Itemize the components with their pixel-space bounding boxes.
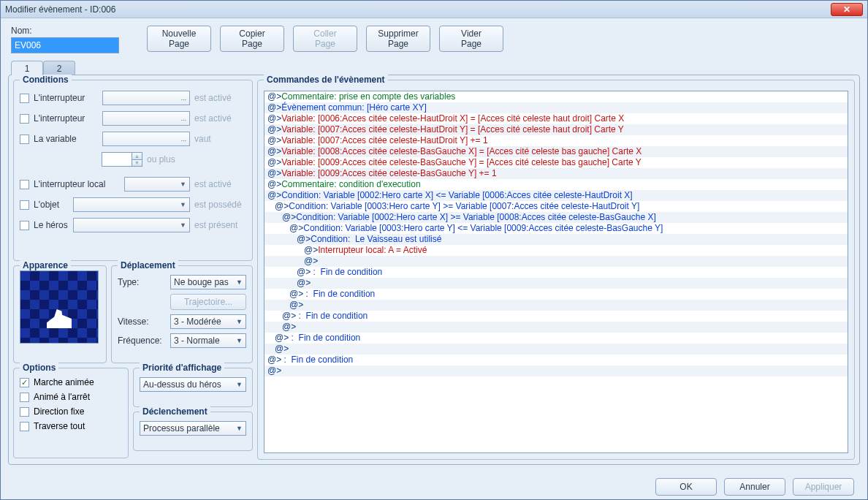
command-line[interactable]: @>Commentaire: condition d'execution xyxy=(264,179,848,190)
speed-label: Vitesse: xyxy=(118,317,166,327)
command-line[interactable]: @> xyxy=(264,322,848,333)
clear-page-button[interactable]: ViderPage xyxy=(439,26,503,52)
apply-button: Appliquer xyxy=(793,478,854,496)
command-line[interactable]: @>Condition: Le Vaisseau est utilisé xyxy=(264,234,848,245)
conditions-legend: Conditions xyxy=(20,75,72,85)
command-line[interactable]: @> xyxy=(264,256,848,267)
chevron-down-icon: ▼ xyxy=(236,337,243,344)
variable-checkbox[interactable] xyxy=(20,135,29,144)
paste-page-button: CollerPage xyxy=(293,26,357,52)
chevron-down-icon: ▼ xyxy=(236,425,243,432)
command-line[interactable]: @> xyxy=(264,300,848,311)
tab-1[interactable]: 1 xyxy=(11,61,43,75)
through-label: Traverse tout xyxy=(34,421,85,431)
page-tabs: 1 2 xyxy=(11,61,867,75)
options-group: Options Marche animée Animé à l'arrêt Di… xyxy=(13,368,129,458)
command-line[interactable]: @> : Fin de condition xyxy=(264,267,848,278)
command-line[interactable]: @>Interrupteur local: A = Activé xyxy=(264,245,848,256)
command-line[interactable]: @> : Fin de condition xyxy=(264,311,848,322)
variable-value-spinner[interactable]: ▲▼ xyxy=(102,152,142,167)
switch1-label: L'interrupteur xyxy=(34,93,98,103)
command-line[interactable]: @> : Fin de condition xyxy=(264,333,848,344)
spinner-up[interactable]: ▲ xyxy=(132,153,142,159)
appearance-group: Apparence xyxy=(13,265,107,363)
command-line[interactable]: @>Variable: [0007:Acces citée celeste-Ha… xyxy=(264,124,848,135)
walk-anim-label: Marche animée xyxy=(34,377,94,387)
trajectory-button: Trajectoire... xyxy=(170,294,246,310)
selfswitch-label: L'interrupteur local xyxy=(34,179,120,189)
event-editor-window: Modifier évènement - ID:006 ✕ Nom: Nouve… xyxy=(0,0,868,500)
priority-dropdown[interactable]: Au-dessus du héros▼ xyxy=(140,377,246,392)
chevron-down-icon: ▼ xyxy=(236,318,243,325)
commands-list[interactable]: @>Commentaire: prise en compte des varia… xyxy=(264,91,848,453)
item-checkbox[interactable] xyxy=(20,200,29,210)
walk-anim-checkbox[interactable] xyxy=(20,378,29,387)
selfswitch-dropdown[interactable]: ▼ xyxy=(124,177,190,192)
through-checkbox[interactable] xyxy=(20,422,29,431)
frequency-dropdown[interactable]: 3 - Normale▼ xyxy=(170,333,246,348)
command-line[interactable]: @>Condition: Variable [0002:Hero carte X… xyxy=(264,212,848,223)
command-line[interactable]: @> : Fin de condition xyxy=(264,289,848,300)
commands-legend: Commandes de l'évènement xyxy=(264,75,388,85)
movement-type-dropdown[interactable]: Ne bouge pas▼ xyxy=(170,275,246,289)
step-anim-label: Animé à l'arrêt xyxy=(34,392,90,402)
spinner-down[interactable]: ▼ xyxy=(132,159,142,167)
switch2-label: L'interrupteur xyxy=(34,113,98,124)
command-line[interactable]: @> xyxy=(264,278,848,289)
command-line[interactable]: @>Variable: [0006:Acces citée celeste-Ha… xyxy=(264,113,848,124)
variable-label: La variable xyxy=(34,134,98,144)
speed-dropdown[interactable]: 3 - Modérée▼ xyxy=(170,314,246,329)
top-row: Nom: NouvellePage CopierPage CollerPage … xyxy=(1,18,867,53)
chevron-down-icon: ▼ xyxy=(236,381,243,388)
command-line[interactable]: @> xyxy=(264,365,848,376)
command-line[interactable]: @>Variable: [0007:Acces citée celeste-Ha… xyxy=(264,135,848,146)
command-line[interactable]: @>Condition: Variable [0002:Hero carte X… xyxy=(264,190,848,201)
command-line[interactable]: @>Condition: Variable [0003:Hero carte Y… xyxy=(264,201,848,212)
command-line[interactable]: @>Variable: [0008:Acces citée celeste-Ba… xyxy=(264,146,848,157)
trigger-group: Déclenchement Processus parallèle▼ xyxy=(133,412,253,451)
switch1-dropdown[interactable]: ... xyxy=(102,91,190,105)
name-input[interactable] xyxy=(11,37,119,53)
command-line[interactable]: @>Variable: [0009:Acces citée celeste-Ba… xyxy=(264,168,848,179)
cancel-button[interactable]: Annuler xyxy=(724,478,785,496)
command-line[interactable]: @>Évènement commun: [Héro carte XY] xyxy=(264,102,848,113)
chevron-down-icon: ▼ xyxy=(236,279,243,286)
variable-dropdown[interactable]: ... xyxy=(102,132,190,146)
trigger-legend: Déclenchement xyxy=(140,406,210,417)
movement-legend: Déplacement xyxy=(118,260,178,270)
item-label: L'objet xyxy=(34,200,69,210)
switch1-checkbox[interactable] xyxy=(20,94,29,103)
selfswitch-checkbox[interactable] xyxy=(20,180,29,189)
name-label: Nom: xyxy=(11,26,119,36)
actor-label: Le héros xyxy=(34,220,69,230)
frequency-label: Fréquence: xyxy=(118,336,166,346)
delete-page-button[interactable]: SupprimerPage xyxy=(366,26,430,52)
priority-group: Priorité d'affichage Au-dessus du héros▼ xyxy=(133,368,253,407)
copy-page-button[interactable]: CopierPage xyxy=(220,26,284,52)
commands-group: Commandes de l'évènement @>Commentaire: … xyxy=(257,80,855,460)
window-title: Modifier évènement - ID:006 xyxy=(5,4,831,15)
item-dropdown[interactable]: ▼ xyxy=(73,197,190,212)
command-line[interactable]: @>Condition: Variable [0003:Hero carte Y… xyxy=(264,223,848,234)
movement-group: Déplacement Type: Ne bouge pas▼ Trajecto… xyxy=(111,265,253,363)
actor-checkbox[interactable] xyxy=(20,221,29,230)
switch2-checkbox[interactable] xyxy=(20,114,29,124)
command-line[interactable]: @> xyxy=(264,344,848,355)
new-page-button[interactable]: NouvellePage xyxy=(147,26,211,52)
command-line[interactable]: @>Variable: [0009:Acces citée celeste-Ba… xyxy=(264,157,848,168)
command-line[interactable]: @> : Fin de condition xyxy=(264,355,848,365)
trigger-dropdown[interactable]: Processus parallèle▼ xyxy=(140,421,246,436)
ok-button[interactable]: OK xyxy=(655,478,717,496)
switch2-dropdown[interactable]: ... xyxy=(102,111,190,126)
appearance-legend: Apparence xyxy=(20,260,71,270)
page-body: Conditions L'interrupteur ... est activé… xyxy=(8,75,860,465)
dirfix-checkbox[interactable] xyxy=(20,407,29,417)
actor-dropdown[interactable]: ▼ xyxy=(73,218,190,232)
chevron-down-icon: ▼ xyxy=(180,201,186,208)
titlebar: Modifier évènement - ID:006 ✕ xyxy=(1,1,867,18)
tab-2[interactable]: 2 xyxy=(43,61,75,75)
appearance-preview[interactable] xyxy=(20,270,99,344)
step-anim-checkbox[interactable] xyxy=(20,393,29,402)
close-button[interactable]: ✕ xyxy=(831,3,863,16)
command-line[interactable]: @>Commentaire: prise en compte des varia… xyxy=(264,91,848,102)
